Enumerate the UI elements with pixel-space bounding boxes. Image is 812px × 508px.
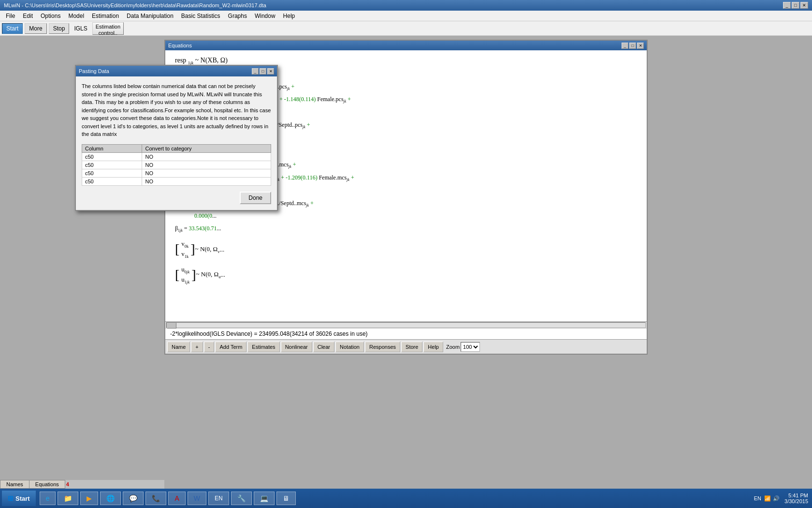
notation-button[interactable]: Notation	[335, 342, 364, 352]
volume-icon: 🔊	[773, 495, 780, 502]
menu-file[interactable]: File	[2, 12, 19, 20]
scroll-thumb[interactable]	[167, 323, 176, 329]
minimize-button[interactable]: _	[783, 2, 791, 9]
dialog-message: The columns listed below contain numeric…	[82, 82, 271, 138]
table-cell-column: c50	[82, 169, 142, 177]
store-button[interactable]: Store	[401, 342, 422, 352]
menu-options[interactable]: Options	[37, 12, 64, 20]
eq3-coef3: -1.148(0.114)	[284, 96, 316, 103]
start-button[interactable]: ⊞ Start	[2, 491, 36, 506]
word-icon: W	[194, 494, 200, 502]
vector-content-2: u0jk u1jk	[181, 265, 189, 285]
taskbar-media[interactable]: ▶	[80, 492, 98, 505]
windows-icon: ⊞	[8, 494, 14, 502]
eq5-plus3: +	[351, 174, 354, 181]
dialog-minimize-button[interactable]: _	[252, 68, 259, 75]
bracket-left-1: [	[175, 242, 179, 256]
done-button[interactable]: Done	[240, 192, 271, 204]
eq-dots5: ...	[219, 245, 224, 254]
estimation-control-button[interactable]: Estimationcontrol..	[92, 22, 124, 35]
table-cell-column: c50	[82, 177, 142, 185]
taskbar-app6[interactable]: 📞	[145, 492, 166, 505]
ie-icon: e	[46, 494, 50, 502]
stop-button[interactable]: Stop	[49, 23, 70, 34]
title-bar: MLwiN - C:\Users\Iris\Desktop\SASUnivers…	[0, 0, 812, 11]
table-row: c50NO	[82, 177, 271, 185]
taskbar-ie[interactable]: e	[40, 492, 56, 505]
start-button[interactable]: Start	[2, 23, 23, 34]
menu-help[interactable]: Help	[279, 12, 299, 20]
taskbar-acrobat[interactable]: A	[168, 492, 185, 505]
clock-time: 5:41 PM	[784, 493, 808, 498]
dialog-maximize-button[interactable]: □	[260, 68, 266, 75]
acrobat-icon: A	[174, 494, 179, 502]
data-table: Column Convert to category c50NOc50NOc50…	[82, 144, 271, 186]
taskbar-word[interactable]: W	[188, 492, 206, 505]
menu-window[interactable]: Window	[251, 12, 279, 20]
dialog-title-controls: _ □ ✕	[252, 68, 274, 75]
scroll-track[interactable]	[166, 322, 646, 328]
table-cell-convert: NO	[142, 152, 271, 161]
table-cell-column: c50	[82, 152, 142, 161]
equations-maximize-button[interactable]: □	[629, 43, 636, 49]
menu-estimation[interactable]: Estimation	[88, 12, 123, 20]
eq5-var3: Female.mcsjk	[319, 174, 349, 181]
help-button[interactable]: Help	[423, 342, 443, 352]
table-row: c50NO	[82, 152, 271, 161]
eq1-resp: resp 1jk ~ N(XB, Ω)	[175, 57, 228, 64]
equations-title-controls: _ □ ✕	[622, 43, 644, 49]
menu-model[interactable]: Model	[64, 12, 88, 20]
responses-button[interactable]: Responses	[365, 342, 400, 352]
main-area: Equations _ □ ✕ resp 1jk ~ N(XB, Ω) resp…	[0, 36, 812, 489]
clear-button[interactable]: Clear	[313, 342, 334, 352]
taskbar-explorer[interactable]: 📁	[58, 492, 78, 505]
name-button[interactable]: Name	[167, 342, 190, 352]
app-title: MLwiN - C:\Users\Iris\Desktop\SASUnivers…	[4, 2, 266, 8]
app10-icon: 💻	[260, 494, 268, 502]
maximize-button[interactable]: □	[792, 2, 799, 9]
menu-data-manipulation[interactable]: Data Manipulation	[123, 12, 177, 20]
folder-icon: 📁	[64, 494, 72, 502]
estimates-button[interactable]: Estimates	[247, 342, 279, 352]
menu-edit[interactable]: Edit	[19, 12, 37, 20]
taskbar-app5[interactable]: 💬	[123, 492, 144, 505]
taskbar-chrome[interactable]: 🌐	[100, 492, 121, 505]
eq-vector1-eq: ~ N(0, Ωv	[195, 244, 220, 254]
taskbar-app11[interactable]: 🖥	[276, 492, 296, 505]
dialog-close-button[interactable]: ✕	[267, 68, 274, 75]
table-cell-convert: NO	[142, 161, 271, 169]
bracket-left-2: [	[175, 268, 179, 282]
ime-icon: EN	[215, 495, 223, 502]
eq3-var3: Female.pcsjk	[317, 96, 346, 103]
taskbar-app9[interactable]: 🔧	[231, 492, 252, 505]
nonlinear-button[interactable]: Nonlinear	[281, 342, 312, 352]
minus-button[interactable]: -	[204, 342, 215, 352]
eq6-coef: 33.543(0.71	[188, 225, 217, 232]
eq5-plus2: +	[281, 174, 286, 181]
equations-tab[interactable]: Equations	[29, 480, 65, 489]
table-cell-convert: NO	[142, 177, 271, 185]
close-button[interactable]: ✕	[800, 2, 808, 9]
menu-basic-statistics[interactable]: Basic Statistics	[177, 12, 224, 20]
taskbar-ime[interactable]: EN	[208, 492, 229, 505]
equations-scrollbar[interactable]	[165, 321, 647, 328]
eq5-plus1: +	[293, 161, 296, 168]
pasting-data-dialog: Pasting Data _ □ ✕ The columns listed be…	[75, 65, 278, 211]
title-bar-controls: _ □ ✕	[783, 2, 808, 9]
zoom-label: Zoom	[446, 344, 460, 350]
col-header-convert: Convert to category	[142, 144, 271, 152]
equations-minimize-button[interactable]: _	[622, 43, 628, 49]
more-button[interactable]: More	[25, 23, 46, 34]
menu-graphs[interactable]: Graphs	[224, 12, 251, 20]
names-tab[interactable]: Names	[0, 480, 29, 489]
eq5-coef3: -1.209(0.116)	[286, 174, 318, 181]
equation-vector1: [ v0k v1k ] ~ N(0, Ωv...	[175, 239, 637, 260]
taskbar-app10[interactable]: 💻	[254, 492, 275, 505]
equations-close-button[interactable]: ✕	[637, 43, 644, 49]
zoom-select[interactable]: 100 75 125 150	[461, 342, 480, 352]
notification-area: 📶 🔊	[764, 495, 780, 502]
add-term-button[interactable]: Add Term	[215, 342, 246, 352]
taskbar-items: e 📁 ▶ 🌐 💬 📞 A W EN 🔧 💻	[38, 492, 750, 505]
menu-bar: File Edit Options Model Estimation Data …	[0, 11, 812, 21]
plus-button[interactable]: +	[191, 342, 203, 352]
